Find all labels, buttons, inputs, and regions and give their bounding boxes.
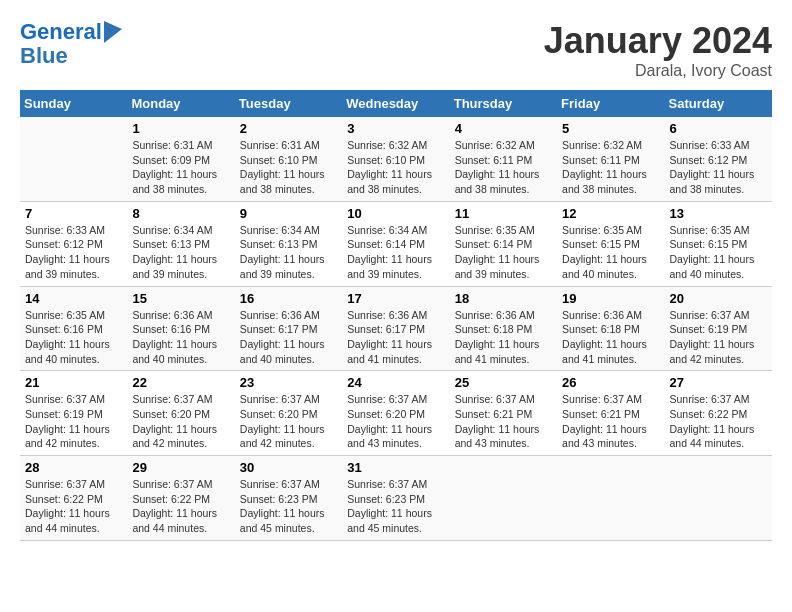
day-info-line: and 45 minutes. xyxy=(347,522,422,534)
day-number: 31 xyxy=(347,460,444,475)
day-info-line: Sunset: 6:22 PM xyxy=(132,493,210,505)
day-info-line: Daylight: 11 hours xyxy=(670,338,755,350)
day-info-line: Sunrise: 6:32 AM xyxy=(455,139,535,151)
day-info-line: Sunrise: 6:36 AM xyxy=(562,309,642,321)
day-info-line: Sunset: 6:23 PM xyxy=(240,493,318,505)
day-info-line: Daylight: 11 hours xyxy=(240,423,325,435)
day-info-line: Sunset: 6:21 PM xyxy=(455,408,533,420)
calendar-cell: 18Sunrise: 6:36 AMSunset: 6:18 PMDayligh… xyxy=(450,286,557,371)
day-info: Sunrise: 6:37 AMSunset: 6:21 PMDaylight:… xyxy=(455,392,552,451)
calendar-cell: 29Sunrise: 6:37 AMSunset: 6:22 PMDayligh… xyxy=(127,456,234,541)
day-info-line: Sunset: 6:11 PM xyxy=(562,154,640,166)
weekday-header-wednesday: Wednesday xyxy=(342,90,449,117)
logo: General Blue xyxy=(20,20,122,68)
day-info: Sunrise: 6:37 AMSunset: 6:22 PMDaylight:… xyxy=(25,477,122,536)
day-info: Sunrise: 6:37 AMSunset: 6:23 PMDaylight:… xyxy=(240,477,337,536)
day-info-line: and 43 minutes. xyxy=(455,437,530,449)
day-info-line: Sunrise: 6:36 AM xyxy=(455,309,535,321)
weekday-header-row: SundayMondayTuesdayWednesdayThursdayFrid… xyxy=(20,90,772,117)
day-info-line: Sunset: 6:12 PM xyxy=(25,238,103,250)
day-info-line: and 40 minutes. xyxy=(132,353,207,365)
day-number: 20 xyxy=(670,291,767,306)
day-info: Sunrise: 6:34 AMSunset: 6:13 PMDaylight:… xyxy=(132,223,229,282)
day-info-line: Sunset: 6:21 PM xyxy=(562,408,640,420)
calendar-cell: 21Sunrise: 6:37 AMSunset: 6:19 PMDayligh… xyxy=(20,371,127,456)
logo-icon xyxy=(104,21,122,43)
day-info-line: Sunset: 6:10 PM xyxy=(240,154,318,166)
day-info: Sunrise: 6:35 AMSunset: 6:16 PMDaylight:… xyxy=(25,308,122,367)
calendar-cell: 7Sunrise: 6:33 AMSunset: 6:12 PMDaylight… xyxy=(20,201,127,286)
day-info-line: Daylight: 11 hours xyxy=(347,253,432,265)
day-info-line: Sunrise: 6:33 AM xyxy=(670,139,750,151)
weekday-header-tuesday: Tuesday xyxy=(235,90,342,117)
day-info: Sunrise: 6:37 AMSunset: 6:22 PMDaylight:… xyxy=(670,392,767,451)
day-info: Sunrise: 6:33 AMSunset: 6:12 PMDaylight:… xyxy=(670,138,767,197)
day-info: Sunrise: 6:35 AMSunset: 6:15 PMDaylight:… xyxy=(670,223,767,282)
day-info-line: Sunrise: 6:31 AM xyxy=(132,139,212,151)
calendar-cell: 17Sunrise: 6:36 AMSunset: 6:17 PMDayligh… xyxy=(342,286,449,371)
day-info-line: Sunset: 6:16 PM xyxy=(132,323,210,335)
day-info-line: and 40 minutes. xyxy=(240,353,315,365)
day-info-line: Daylight: 11 hours xyxy=(455,423,540,435)
day-info-line: Daylight: 11 hours xyxy=(670,423,755,435)
day-info-line: Sunrise: 6:37 AM xyxy=(240,478,320,490)
day-info-line: Sunset: 6:12 PM xyxy=(670,154,748,166)
day-info-line: Daylight: 11 hours xyxy=(347,423,432,435)
day-info-line: and 38 minutes. xyxy=(347,183,422,195)
day-info: Sunrise: 6:32 AMSunset: 6:11 PMDaylight:… xyxy=(455,138,552,197)
day-number: 9 xyxy=(240,206,337,221)
day-info-line: Daylight: 11 hours xyxy=(132,168,217,180)
day-info-line: Sunrise: 6:33 AM xyxy=(25,224,105,236)
day-info: Sunrise: 6:37 AMSunset: 6:21 PMDaylight:… xyxy=(562,392,659,451)
day-info-line: Sunset: 6:18 PM xyxy=(562,323,640,335)
day-info: Sunrise: 6:31 AMSunset: 6:10 PMDaylight:… xyxy=(240,138,337,197)
calendar-cell: 2Sunrise: 6:31 AMSunset: 6:10 PMDaylight… xyxy=(235,117,342,201)
day-info-line: Sunrise: 6:34 AM xyxy=(240,224,320,236)
day-info-line: and 39 minutes. xyxy=(455,268,530,280)
day-info: Sunrise: 6:33 AMSunset: 6:12 PMDaylight:… xyxy=(25,223,122,282)
calendar-cell xyxy=(557,456,664,541)
day-info: Sunrise: 6:34 AMSunset: 6:14 PMDaylight:… xyxy=(347,223,444,282)
calendar-cell: 28Sunrise: 6:37 AMSunset: 6:22 PMDayligh… xyxy=(20,456,127,541)
calendar-cell: 12Sunrise: 6:35 AMSunset: 6:15 PMDayligh… xyxy=(557,201,664,286)
day-info: Sunrise: 6:32 AMSunset: 6:11 PMDaylight:… xyxy=(562,138,659,197)
day-number: 2 xyxy=(240,121,337,136)
day-info: Sunrise: 6:36 AMSunset: 6:17 PMDaylight:… xyxy=(347,308,444,367)
day-info-line: Sunset: 6:20 PM xyxy=(240,408,318,420)
day-info-line: Sunrise: 6:37 AM xyxy=(132,478,212,490)
day-info-line: Daylight: 11 hours xyxy=(132,253,217,265)
day-info-line: Daylight: 11 hours xyxy=(25,253,110,265)
day-number: 15 xyxy=(132,291,229,306)
day-info-line: Daylight: 11 hours xyxy=(25,338,110,350)
day-info-line: and 38 minutes. xyxy=(455,183,530,195)
day-info: Sunrise: 6:31 AMSunset: 6:09 PMDaylight:… xyxy=(132,138,229,197)
day-info-line: Sunset: 6:15 PM xyxy=(670,238,748,250)
calendar-cell: 23Sunrise: 6:37 AMSunset: 6:20 PMDayligh… xyxy=(235,371,342,456)
day-number: 21 xyxy=(25,375,122,390)
day-info-line: Sunset: 6:15 PM xyxy=(562,238,640,250)
day-info-line: and 38 minutes. xyxy=(670,183,745,195)
day-info-line: and 42 minutes. xyxy=(25,437,100,449)
calendar-cell xyxy=(665,456,772,541)
calendar-week-row: 14Sunrise: 6:35 AMSunset: 6:16 PMDayligh… xyxy=(20,286,772,371)
day-info-line: Daylight: 11 hours xyxy=(562,168,647,180)
calendar-cell: 15Sunrise: 6:36 AMSunset: 6:16 PMDayligh… xyxy=(127,286,234,371)
calendar-cell: 27Sunrise: 6:37 AMSunset: 6:22 PMDayligh… xyxy=(665,371,772,456)
day-info: Sunrise: 6:32 AMSunset: 6:10 PMDaylight:… xyxy=(347,138,444,197)
calendar-cell: 1Sunrise: 6:31 AMSunset: 6:09 PMDaylight… xyxy=(127,117,234,201)
calendar-cell xyxy=(450,456,557,541)
day-info-line: and 42 minutes. xyxy=(240,437,315,449)
day-number: 27 xyxy=(670,375,767,390)
day-number: 17 xyxy=(347,291,444,306)
day-number: 3 xyxy=(347,121,444,136)
day-info-line: Sunrise: 6:37 AM xyxy=(455,393,535,405)
month-title: January 2024 xyxy=(544,20,772,62)
day-info-line: Sunset: 6:17 PM xyxy=(240,323,318,335)
calendar-cell: 24Sunrise: 6:37 AMSunset: 6:20 PMDayligh… xyxy=(342,371,449,456)
day-info-line: Daylight: 11 hours xyxy=(562,423,647,435)
day-info-line: Daylight: 11 hours xyxy=(455,253,540,265)
calendar-cell: 26Sunrise: 6:37 AMSunset: 6:21 PMDayligh… xyxy=(557,371,664,456)
day-info-line: Daylight: 11 hours xyxy=(455,338,540,350)
day-info: Sunrise: 6:36 AMSunset: 6:18 PMDaylight:… xyxy=(562,308,659,367)
day-info-line: Daylight: 11 hours xyxy=(347,507,432,519)
